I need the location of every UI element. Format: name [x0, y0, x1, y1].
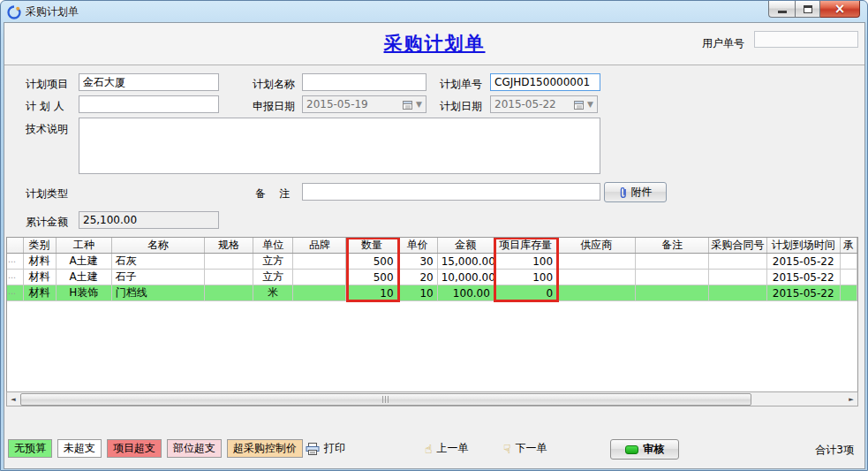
cell-truncated[interactable]	[840, 285, 857, 301]
cell-price[interactable]: 30	[397, 254, 437, 270]
row-indicator[interactable]: ⋯	[7, 285, 23, 301]
col-header-truncated[interactable]: 承	[840, 238, 857, 254]
maximize-icon	[804, 5, 812, 13]
cell-amount[interactable]: 15,000.00	[437, 254, 494, 270]
previous-record-button[interactable]: ☝ 上一单	[425, 441, 469, 456]
print-button[interactable]: 打印	[306, 441, 345, 456]
scroll-left-icon[interactable]: ◄	[7, 392, 19, 406]
cell-name[interactable]: 石灰	[111, 254, 204, 270]
cell-name[interactable]: 门档线	[111, 285, 204, 301]
row-indicator[interactable]: ⋯	[7, 270, 23, 285]
cell-name[interactable]: 石子	[111, 270, 204, 285]
maximize-button[interactable]	[795, 1, 820, 18]
col-header-quantity[interactable]: 数量	[346, 238, 397, 254]
col-header-brand[interactable]: 品牌	[293, 238, 346, 254]
cell-category[interactable]: 材料	[23, 285, 56, 301]
attachment-button[interactable]: 附件	[604, 182, 667, 202]
cell-contract[interactable]	[709, 285, 766, 301]
cell-brand[interactable]	[293, 285, 346, 301]
col-header-arrival[interactable]: 计划到场时间	[766, 238, 840, 254]
cell-worktype[interactable]: A土建	[56, 270, 111, 285]
cell-quantity[interactable]: 10	[346, 285, 397, 301]
cell-amount[interactable]: 10,000.00	[437, 270, 494, 285]
col-header-category[interactable]: 类别	[23, 238, 56, 254]
user-no-input[interactable]	[754, 31, 858, 48]
cell-arrival[interactable]: 2015-05-22	[766, 270, 840, 285]
date-dropdown-icon[interactable]: ▼	[587, 100, 593, 109]
cell-category[interactable]: 材料	[23, 254, 56, 270]
planner-input[interactable]	[79, 95, 219, 113]
cell-category[interactable]: 材料	[23, 270, 56, 285]
cell-spec[interactable]	[205, 254, 253, 270]
audit-button[interactable]: 审核	[610, 439, 679, 460]
cell-brand[interactable]	[293, 254, 346, 270]
plan-project-label: 计划项目	[26, 77, 68, 92]
cell-stock[interactable]: 100	[494, 254, 556, 270]
title-bar[interactable]: 采购计划单 ×	[1, 1, 867, 22]
cell-truncated[interactable]	[840, 270, 857, 285]
col-header-unit[interactable]: 单位	[253, 238, 293, 254]
col-header-amount[interactable]: 金额	[437, 238, 494, 254]
plan-no-input[interactable]	[490, 73, 600, 91]
grid-header-row: 类别 工种 名称 规格 单位 品牌 数量 单价 金额 项目库存量 供应商 备注 …	[7, 238, 857, 254]
cell-contract[interactable]	[709, 254, 766, 270]
cell-quantity[interactable]: 500	[346, 270, 397, 285]
cell-arrival[interactable]: 2015-05-22	[766, 254, 840, 270]
col-header-stock[interactable]: 项目库存量	[494, 238, 556, 254]
scrollbar-thumb[interactable]	[20, 393, 751, 406]
table-row[interactable]: ⋯ 材料 A土建 石灰 立方 500 30 15,000.00 100 2015…	[7, 254, 857, 270]
cell-quantity[interactable]: 500	[346, 254, 397, 270]
col-header-note[interactable]: 备注	[636, 238, 709, 254]
legend-section-over: 部位超支	[167, 439, 222, 458]
plan-name-input[interactable]	[302, 73, 426, 91]
table-row-selected[interactable]: ⋯ 材料 H装饰 门档线 米 10 10 100.00 0 2015-05-22	[7, 285, 857, 301]
planner-label: 计 划 人	[26, 99, 64, 114]
cell-arrival[interactable]: 2015-05-22	[766, 285, 840, 301]
remark-input[interactable]	[302, 183, 600, 201]
legend-no-budget: 无预算	[8, 439, 52, 458]
minimize-button[interactable]	[768, 1, 795, 18]
cell-supplier[interactable]	[557, 270, 636, 285]
close-button[interactable]: ×	[820, 1, 860, 18]
cell-stock[interactable]: 0	[494, 285, 556, 301]
date-dropdown-icon[interactable]: ▼	[416, 100, 422, 109]
plan-project-input[interactable]	[79, 73, 219, 91]
cell-contract[interactable]	[709, 270, 766, 285]
col-header-worktype[interactable]: 工种	[56, 238, 111, 254]
cell-amount[interactable]: 100.00	[437, 285, 494, 301]
cell-truncated[interactable]	[840, 254, 857, 270]
cell-note[interactable]	[636, 254, 709, 270]
plan-date-picker[interactable]: 2015-05-22 ▼	[490, 95, 598, 113]
cell-unit[interactable]: 米	[253, 285, 293, 301]
col-header-spec[interactable]: 规格	[205, 238, 253, 254]
tech-note-textarea[interactable]	[79, 118, 600, 174]
cell-unit[interactable]: 立方	[253, 270, 293, 285]
next-record-button[interactable]: ☟ 下一单	[503, 441, 547, 456]
cell-supplier[interactable]	[557, 285, 636, 301]
cell-note[interactable]	[636, 270, 709, 285]
row-indicator[interactable]: ⋯	[7, 254, 23, 270]
table-row[interactable]: ⋯ 材料 A土建 石子 立方 500 20 10,000.00 100 2015…	[7, 270, 857, 285]
col-header-price[interactable]: 单价	[397, 238, 437, 254]
hand-up-icon: ☝	[425, 443, 433, 455]
cell-spec[interactable]	[205, 285, 253, 301]
col-header-contract[interactable]: 采购合同号	[709, 238, 766, 254]
cell-brand[interactable]	[293, 270, 346, 285]
col-header-name[interactable]: 名称	[111, 238, 204, 254]
client-area: 采购计划单 用户单号 计划项目 计划名称 计划单号 计 划 人 申报日期 201…	[4, 22, 865, 469]
col-header-supplier[interactable]: 供应商	[557, 238, 636, 254]
cell-unit[interactable]: 立方	[253, 254, 293, 270]
cell-worktype[interactable]: H装饰	[56, 285, 111, 301]
cell-price[interactable]: 10	[397, 285, 437, 301]
cell-stock[interactable]: 100	[494, 270, 556, 285]
remark-label: 备 注	[255, 186, 290, 201]
cell-supplier[interactable]	[557, 254, 636, 270]
cell-note[interactable]	[636, 285, 709, 301]
cell-worktype[interactable]: A土建	[56, 254, 111, 270]
scroll-right-icon[interactable]: ►	[845, 392, 857, 406]
cell-price[interactable]: 20	[397, 270, 437, 285]
horizontal-scrollbar[interactable]: ◄ ►	[6, 391, 858, 406]
cell-spec[interactable]	[205, 270, 253, 285]
audit-label: 审核	[644, 442, 665, 457]
declare-date-picker[interactable]: 2015-05-19 ▼	[302, 95, 426, 113]
